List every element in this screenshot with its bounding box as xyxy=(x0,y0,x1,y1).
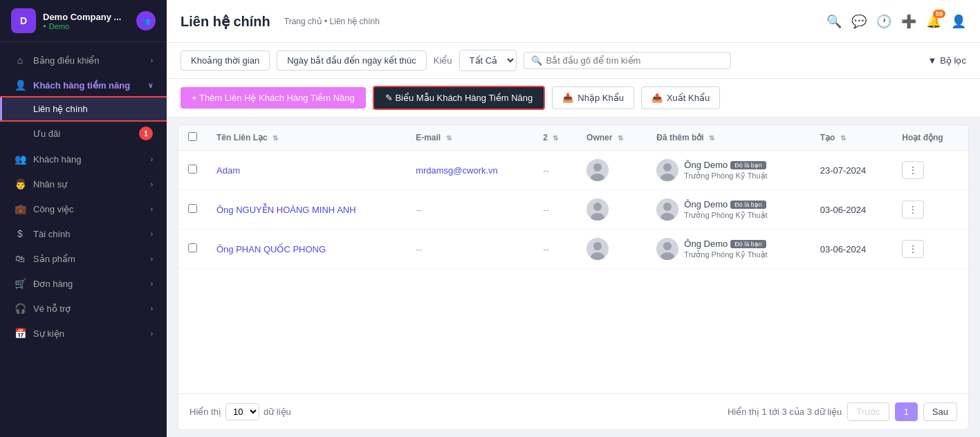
row-checkbox-2[interactable] xyxy=(188,243,197,252)
hr-icon: 👨 xyxy=(14,178,26,189)
tasks-arrow: › xyxy=(151,205,153,213)
template-button[interactable]: ✎ Biểu Mẫu Khách Hàng Tiềm Năng xyxy=(373,86,545,110)
orders-icon: 🛒 xyxy=(14,278,26,289)
data-label: dữ liệu xyxy=(264,407,291,417)
sidebar-item-uu-dai[interactable]: Ưu đãi 1 xyxy=(0,120,167,147)
clock-icon[interactable]: 🕐 xyxy=(876,14,891,29)
customers-icon: 👥 xyxy=(14,154,26,165)
row-col3-0: -- xyxy=(533,151,577,190)
sidebar-item-events[interactable]: 📅 Sự kiện › xyxy=(0,321,167,346)
user-avatar-icon[interactable]: 👤 xyxy=(951,14,966,29)
row-action-2: ⋮ xyxy=(892,230,968,269)
sort-added-icon[interactable]: ⇅ xyxy=(709,134,714,142)
avatar-added-2 xyxy=(656,238,678,260)
sidebar-item-lien-he-chinh[interactable]: Liên hệ chính xyxy=(0,97,167,120)
sidebar-nav: ⌂ Bảng điều khiển › 👤 Khách hàng tiềm nă… xyxy=(0,42,167,437)
sidebar-item-label: Sản phẩm xyxy=(33,254,75,264)
tickets-icon: 🎧 xyxy=(14,303,26,314)
sidebar-item-dashboard[interactable]: ⌂ Bảng điều khiển › xyxy=(0,48,167,73)
svg-point-16 xyxy=(663,242,672,250)
top-header: Liên hệ chính Trang chủ • Liên hệ chính … xyxy=(167,0,980,43)
date-range-button[interactable]: Ngày bắt đầu đến ngày kết thúc xyxy=(277,50,427,71)
row-owner-1 xyxy=(577,190,647,230)
col-3: 2 ⇅ xyxy=(533,125,577,151)
uu-dai-label: Ưu đãi xyxy=(33,129,60,139)
time-range-button[interactable]: Khoảng thời gian xyxy=(181,50,270,71)
hr-arrow: › xyxy=(151,180,153,188)
sidebar-item-tasks[interactable]: 💼 Công việc › xyxy=(0,196,167,221)
row-action-0: ⋮ xyxy=(892,151,968,190)
filter-button[interactable]: ▼ Bộ lọc xyxy=(927,55,966,66)
sidebar-item-finance[interactable]: $ Tài chính › xyxy=(0,221,167,246)
row-name-0[interactable]: Adam xyxy=(207,151,406,190)
add-contact-button[interactable]: + Thêm Liên Hệ Khách Hàng Tiềm Năng xyxy=(181,87,366,109)
sidebar-item-orders[interactable]: 🛒 Đơn hàng › xyxy=(0,271,167,296)
page-size-select[interactable]: 10 25 50 xyxy=(225,403,259,420)
sidebar-item-label: Khách hàng tiềm năng xyxy=(33,80,130,91)
notification-count: 59 xyxy=(933,10,945,18)
dashboard-arrow: › xyxy=(151,57,153,64)
sidebar-item-prospects[interactable]: 👤 Khách hàng tiềm năng ∨ xyxy=(0,73,167,97)
row-action-btn-0[interactable]: ⋮ xyxy=(902,161,924,179)
sort-col3-icon[interactable]: ⇅ xyxy=(553,134,558,142)
row-action-btn-1[interactable]: ⋮ xyxy=(902,201,924,218)
row-name-1[interactable]: Ông NGUYỄN HOÀNG MINH ANH xyxy=(207,190,406,230)
pagination: Hiển thị 10 25 50 dữ liệu Hiển thị 1 tới… xyxy=(178,393,968,429)
row-checkbox-0[interactable] xyxy=(188,165,197,174)
row-action-btn-2[interactable]: ⋮ xyxy=(902,240,924,258)
pagination-label: Hiển thị 10 25 50 dữ liệu xyxy=(189,403,291,420)
user-icon[interactable]: 👥 xyxy=(136,11,156,30)
row-email-1: -- xyxy=(406,190,533,230)
page-1-button[interactable]: 1 xyxy=(895,402,918,421)
row-checkbox-1[interactable] xyxy=(188,204,197,213)
uu-dai-badge: 1 xyxy=(139,127,153,140)
dashboard-icon: ⌂ xyxy=(14,55,26,66)
added-info-2: Ông Demo Đó là bạn Trưởng Phòng Kỹ Thuật xyxy=(684,239,767,259)
prev-button[interactable]: Trước xyxy=(847,402,889,421)
sidebar-item-products[interactable]: 🛍 Sản phẩm › xyxy=(0,246,167,271)
sort-name-icon[interactable]: ⇅ xyxy=(272,134,278,142)
search-icon-inner: 🔍 xyxy=(531,55,542,66)
row-owner-2 xyxy=(577,230,647,269)
prospects-icon: 👤 xyxy=(14,80,26,91)
plus-icon[interactable]: ➕ xyxy=(901,14,916,29)
import-button[interactable]: 📥 Nhập Khẩu xyxy=(552,86,634,109)
row-added-2: Ông Demo Đó là bạn Trưởng Phòng Kỹ Thuật xyxy=(647,230,810,269)
sort-owner-icon[interactable]: ⇅ xyxy=(618,134,623,142)
lien-he-chinh-label: Liên hệ chính xyxy=(33,104,88,114)
company-name: Demo Company ... xyxy=(43,12,121,22)
added-info-1: Ông Demo Đó là bạn Trưởng Phòng Kỹ Thuật xyxy=(684,199,767,220)
sort-email-icon[interactable]: ⇅ xyxy=(446,134,452,142)
export-button[interactable]: 📤 Xuất Khẩu xyxy=(641,86,720,109)
breadcrumb: Trang chủ • Liên hệ chính xyxy=(284,17,380,26)
row-created-2: 03-06-2024 xyxy=(811,230,893,269)
row-owner-0 xyxy=(577,151,647,190)
search-icon[interactable]: 🔍 xyxy=(826,14,842,29)
sidebar-item-customers[interactable]: 👥 Khách hàng › xyxy=(0,147,167,171)
events-icon: 📅 xyxy=(14,328,26,339)
company-logo: D xyxy=(11,8,36,33)
notification-icon[interactable]: 🔔 59 xyxy=(926,14,941,29)
select-all-checkbox[interactable] xyxy=(188,132,197,141)
sidebar-item-label: Bảng điều khiển xyxy=(33,55,100,66)
search-input[interactable] xyxy=(546,55,723,66)
type-select[interactable]: Tất Cả xyxy=(459,50,517,71)
sidebar-item-hr[interactable]: 👨 Nhân sự › xyxy=(0,171,167,196)
sidebar-item-tickets[interactable]: 🎧 Vé hỗ trợ › xyxy=(0,296,167,321)
row-col3-1: -- xyxy=(533,190,577,230)
chat-icon[interactable]: 💬 xyxy=(851,14,867,29)
sort-created-icon[interactable]: ⇅ xyxy=(840,134,846,142)
import-icon: 📥 xyxy=(562,93,573,103)
next-button[interactable]: Sau xyxy=(923,402,957,421)
svg-point-13 xyxy=(593,242,602,250)
row-col3-2: -- xyxy=(533,230,577,269)
orders-arrow: › xyxy=(151,280,153,288)
main-content: Liên hệ chính Trang chủ • Liên hệ chính … xyxy=(167,0,980,437)
svg-point-4 xyxy=(663,163,672,171)
type-label: Kiểu xyxy=(434,55,452,66)
row-name-2[interactable]: Ông PHAN QUỐC PHONG xyxy=(207,230,406,269)
sidebar: D Demo Company ... Demo 👥 ⌂ Bảng điều kh… xyxy=(0,0,167,437)
avatar-added-0 xyxy=(656,159,678,181)
sidebar-item-label: Đơn hàng xyxy=(33,279,73,289)
import-label: Nhập Khẩu xyxy=(577,93,624,103)
